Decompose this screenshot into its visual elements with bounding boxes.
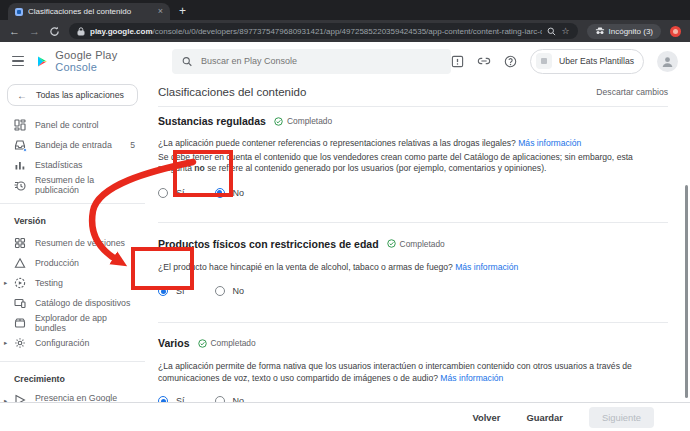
completed-check-icon [274,117,283,126]
status-label: Completado [400,239,445,249]
search-input[interactable] [201,56,441,66]
radio-icon[interactable] [158,188,168,198]
radio-label: Sí [176,188,185,198]
stats-icon [14,159,26,171]
play-console-logo[interactable]: Google Play Console [36,49,148,73]
section-heading: Sustancias reguladas [158,115,266,127]
sidebar-item-label: Resumen de la publicación [35,175,135,195]
help-icon[interactable] [504,55,517,68]
feedback-icon[interactable] [451,55,464,68]
more-info-link[interactable]: Más información [440,373,503,383]
page-title: Clasificaciones del contenido [158,86,306,98]
browser-tab[interactable]: Clasificaciones del contenido × [8,3,170,20]
inbox-count-badge: 5 [130,140,135,150]
url-path: /console/u/0/developers/8977375479680931… [153,27,543,36]
radio-option-no[interactable]: No [215,188,245,198]
radio-option-no[interactable]: No [215,286,245,296]
releases-overview-icon [14,237,26,249]
sidebar-item-configuracion[interactable]: ▸ Configuración [0,333,145,353]
sidebar-item-label: Producción [35,258,79,268]
app-name: Uber Eats Plantillas [559,56,634,66]
sidebar-item-label: Bandeja de entrada [35,140,112,150]
footer-bar: Volver Guardar Siguiente [0,402,690,431]
browser-window: Clasificaciones del contenido × + ← → pl… [0,0,690,431]
all-apps-button[interactable]: ← Todas las aplicaciones [7,84,138,106]
browser-toolbar: ← → play.google.com/console/u/0/develope… [0,20,690,42]
divider [158,322,668,323]
sidebar-item-label: Panel de control [35,120,99,130]
status-label: Completado [211,338,256,348]
inbox-icon [14,139,26,151]
radio-icon[interactable] [158,286,168,296]
radio-icon[interactable] [215,286,225,296]
logo-text: Google Play Console [55,49,147,73]
more-info-link[interactable]: Más información [455,262,518,272]
sidebar-item-label: Catálogo de dispositivos [35,298,130,308]
app-bundle-explorer-icon [14,317,26,329]
zoom-icon[interactable] [547,27,556,36]
production-icon [14,257,26,269]
new-tab-button[interactable]: + [179,5,186,17]
app-icon [536,53,552,69]
dashboard-icon [14,119,26,131]
scrollbar[interactable] [685,185,688,398]
extension-icon[interactable] [670,26,681,37]
gear-icon [14,337,26,349]
radio-option-si[interactable]: Sí [158,188,185,198]
back-button[interactable]: Volver [472,412,500,423]
discard-changes-link[interactable]: Descartar cambios [596,87,668,97]
forward-icon[interactable]: → [29,26,40,37]
completed-check-icon [198,339,207,348]
status-badge: Completado [198,338,256,348]
address-bar[interactable]: play.google.com/console/u/0/developers/8… [69,23,578,39]
sidebar-item-label: Testing [35,278,63,288]
account-avatar[interactable] [657,51,678,72]
back-arrow-icon: ← [17,90,27,101]
save-button[interactable]: Guardar [526,412,562,423]
question-text: ¿La aplicación puede contener referencia… [158,138,668,150]
radio-option-si[interactable]: Sí [158,286,185,296]
app-selector-chip[interactable]: Uber Eats Plantillas [530,49,644,74]
divider [158,106,668,107]
tab-favicon-icon [15,8,23,16]
radio-label: No [233,188,245,198]
radio-label: No [233,286,245,296]
reload-icon[interactable] [49,26,60,37]
status-label: Completado [287,116,332,126]
sidebar-item-resumen-publicacion[interactable]: Resumen de la publicación [0,175,145,195]
incognito-label: Incógnito (3) [609,27,653,36]
sidebar-item-testing[interactable]: ▸ Testing [0,273,145,293]
sidebar-item-label: Estadísticas [35,160,82,170]
sidebar-divider [0,361,145,362]
expand-arrow-icon[interactable]: ▸ [4,339,7,347]
search-box[interactable] [172,49,451,74]
menu-icon[interactable] [12,56,24,67]
expand-arrow-icon[interactable]: ▸ [4,279,7,287]
sidebar-item-estadisticas[interactable]: Estadísticas [0,155,145,175]
completed-check-icon [387,239,396,248]
sidebar-item-panel-de-control[interactable]: Panel de control [0,115,145,135]
sidebar-item-catalogo-dispositivos[interactable]: Catálogo de dispositivos [0,293,145,313]
sidebar-item-bandeja-de-entrada[interactable]: Bandeja de entrada 5 [0,135,145,155]
sidebar-item-explorador-app-bundles[interactable]: Explorador de app bundles [0,313,145,333]
all-apps-label: Todas las aplicaciones [36,90,124,100]
back-icon[interactable]: ← [9,26,20,37]
radio-label: Sí [176,286,185,296]
testing-icon [14,277,26,289]
sidebar-item-produccion[interactable]: Producción [0,253,145,273]
sidebar-item-resumen-versiones[interactable]: Resumen de versiones [0,233,145,253]
section-heading: Productos físicos con restricciones de e… [158,238,379,250]
radio-icon[interactable] [215,188,225,198]
incognito-icon [595,27,605,35]
tab-close-icon[interactable]: × [158,7,163,16]
link-icon[interactable] [477,57,491,65]
question-text: ¿La aplicación permite de forma nativa q… [158,361,668,384]
more-info-link[interactable]: Más información [518,138,581,148]
bookmark-star-icon[interactable]: ☆ [561,26,569,36]
sidebar: ← Todas las aplicaciones Panel de contro… [0,80,145,431]
url-domain: play.google.com [90,27,153,36]
incognito-badge: Incógnito (3) [587,24,661,39]
next-button[interactable]: Siguiente [589,407,654,428]
question-text: ¿El producto hace hincapié en la venta d… [158,262,668,274]
question-note: Se debe tener en cuenta el contenido que… [158,152,668,174]
